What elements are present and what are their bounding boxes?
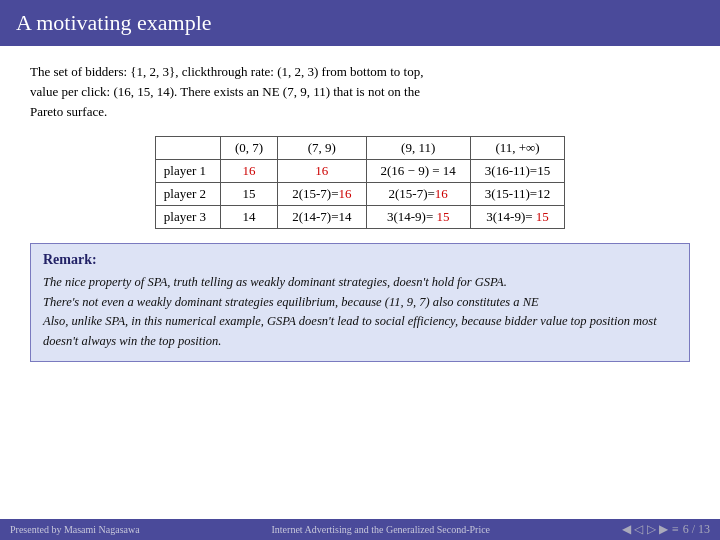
table-row: player 3 14 2(14-7)=14 3(14-9)= 15 3(14-… — [155, 206, 564, 229]
p3-c1: 14 — [221, 206, 278, 229]
p3-c2: 2(14-7)=14 — [278, 206, 366, 229]
footer-presenter: Presented by Masami Nagasawa — [10, 524, 140, 535]
p3-c3: 3(14-9)= 15 — [366, 206, 470, 229]
remark-box: Remark: The nice property of SPA, truth … — [30, 243, 690, 362]
intro-line: The set of bidders: {1, 2, 3}, clickthro… — [30, 64, 423, 119]
p1-c3: 2(16 − 9) = 14 — [366, 160, 470, 183]
slide-title: A motivating example — [16, 10, 212, 35]
p2-c2: 2(15-7)=16 — [278, 183, 366, 206]
page-indicator: 6 / 13 — [683, 522, 710, 537]
table-row: player 2 15 2(15-7)=16 2(15-7)=16 3(15-1… — [155, 183, 564, 206]
table-row: player 1 16 16 2(16 − 9) = 14 3(16-11)=1… — [155, 160, 564, 183]
col-header-0-7: (0, 7) — [221, 137, 278, 160]
col-header-11-inf: (11, +∞) — [470, 137, 564, 160]
p3-c4: 3(14-9)= 15 — [470, 206, 564, 229]
slide-header: A motivating example — [0, 0, 720, 46]
col-header-7-9: (7, 9) — [278, 137, 366, 160]
nav-arrows[interactable]: ▷ ▶ — [647, 522, 668, 537]
player-3-label: player 3 — [155, 206, 220, 229]
p1-c2: 16 — [278, 160, 366, 183]
intro-paragraph: The set of bidders: {1, 2, 3}, clickthro… — [30, 62, 690, 122]
nav-prev-icon[interactable]: ◀ ◁ — [622, 522, 643, 537]
col-header-9-11: (9, 11) — [366, 137, 470, 160]
remark-text: The nice property of SPA, truth telling … — [43, 273, 677, 351]
nav-dots: ≡ — [672, 522, 679, 537]
remark-title: Remark: — [43, 252, 677, 268]
p1-c4: 3(16-11)=15 — [470, 160, 564, 183]
slide-footer: Presented by Masami Nagasawa Internet Ad… — [0, 519, 720, 540]
col-header-empty — [155, 137, 220, 160]
p1-c1: 16 — [221, 160, 278, 183]
p2-c4: 3(15-11)=12 — [470, 183, 564, 206]
payoff-table: (0, 7) (7, 9) (9, 11) (11, +∞) player 1 … — [155, 136, 565, 229]
slide-content: The set of bidders: {1, 2, 3}, clickthro… — [0, 46, 720, 376]
footer-title: Internet Advertising and the Generalized… — [272, 524, 491, 535]
p2-c1: 15 — [221, 183, 278, 206]
payoff-table-container: (0, 7) (7, 9) (9, 11) (11, +∞) player 1 … — [30, 136, 690, 229]
player-2-label: player 2 — [155, 183, 220, 206]
player-1-label: player 1 — [155, 160, 220, 183]
nav-controls[interactable]: ◀ ◁ ▷ ▶ ≡ 6 / 13 — [622, 522, 710, 537]
table-header-row: (0, 7) (7, 9) (9, 11) (11, +∞) — [155, 137, 564, 160]
p2-c3: 2(15-7)=16 — [366, 183, 470, 206]
